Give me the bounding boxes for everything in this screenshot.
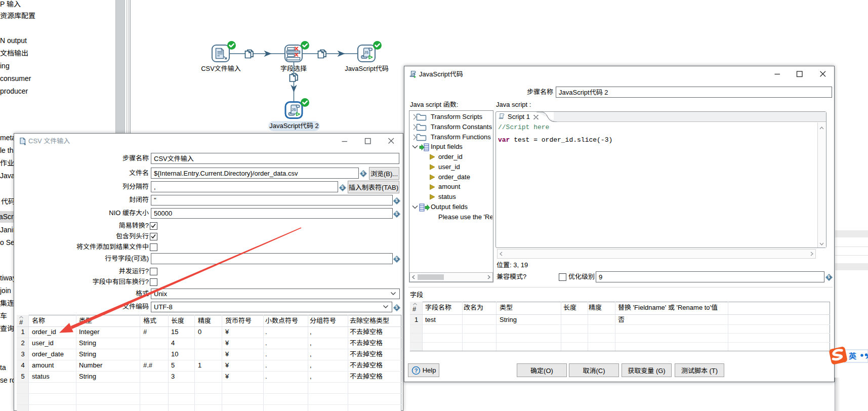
svg-text:JS: JS (412, 72, 416, 75)
svg-text:英: 英 (848, 350, 857, 361)
svg-text:?: ? (414, 367, 418, 374)
